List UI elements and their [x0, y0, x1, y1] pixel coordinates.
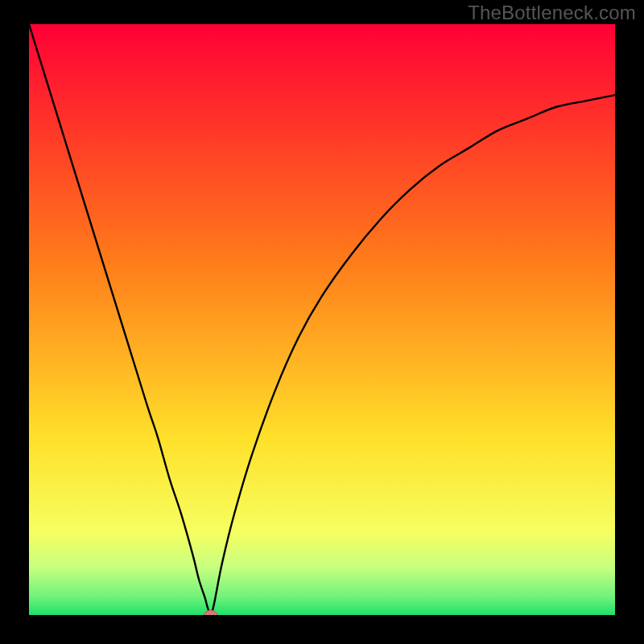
gradient-bg [29, 24, 615, 615]
chart-frame: TheBottleneck.com [0, 0, 644, 644]
plot-area [29, 24, 615, 615]
watermark-text: TheBottleneck.com [468, 2, 636, 24]
bottleneck-chart [29, 24, 615, 615]
